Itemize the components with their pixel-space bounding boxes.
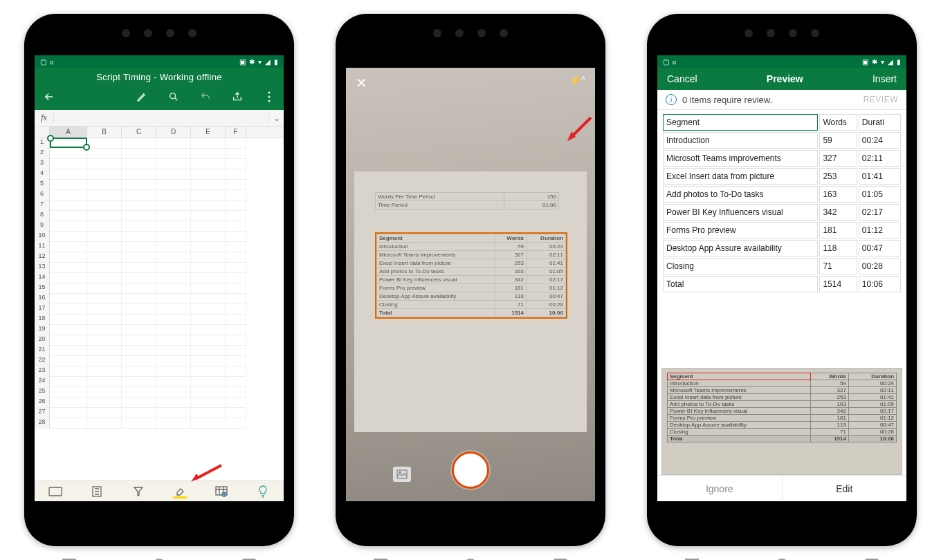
cell[interactable] (226, 200, 246, 211)
cell[interactable] (156, 377, 191, 387)
cell[interactable] (50, 263, 87, 273)
cell[interactable] (50, 294, 87, 304)
cell[interactable]: 342 (819, 204, 857, 221)
cell[interactable] (87, 315, 122, 325)
cell[interactable] (226, 169, 246, 180)
cell[interactable] (50, 408, 87, 418)
cell[interactable] (191, 169, 226, 180)
cell[interactable] (156, 149, 191, 159)
cell[interactable] (156, 242, 191, 252)
cell[interactable]: Add photos to To-Do tasks (663, 186, 818, 203)
cell[interactable] (122, 398, 156, 408)
cell[interactable] (87, 190, 122, 200)
cell[interactable] (226, 252, 246, 263)
search-icon[interactable] (167, 91, 180, 103)
cell[interactable]: Power BI Key Influencers visual (663, 204, 818, 221)
col-header[interactable]: F (226, 127, 246, 138)
cell[interactable] (156, 180, 191, 190)
cell[interactable] (156, 387, 191, 398)
cell[interactable]: Introduction (663, 132, 818, 149)
row-header[interactable]: 24 (35, 377, 50, 387)
cell[interactable] (191, 366, 226, 377)
cell[interactable] (87, 294, 122, 304)
cell[interactable] (226, 159, 246, 169)
row-header[interactable]: 19 (35, 325, 50, 335)
cell[interactable]: 118 (819, 240, 857, 256)
cell[interactable] (226, 138, 246, 149)
cell[interactable] (87, 273, 122, 283)
cell[interactable] (191, 283, 226, 294)
cell[interactable] (191, 418, 226, 429)
cell[interactable] (226, 242, 246, 252)
cell[interactable] (122, 232, 156, 242)
cell[interactable] (50, 377, 87, 387)
row-header[interactable]: 27 (35, 408, 50, 418)
cell[interactable] (156, 273, 191, 283)
cell[interactable] (122, 221, 156, 232)
cell[interactable] (122, 335, 156, 346)
cell[interactable] (191, 252, 226, 263)
cell[interactable] (122, 149, 156, 159)
row-header[interactable]: 8 (35, 211, 50, 221)
cell[interactable] (156, 159, 191, 169)
cell[interactable] (122, 159, 156, 169)
cell[interactable] (122, 252, 156, 263)
cell[interactable] (122, 387, 156, 398)
row-header[interactable]: 10 (35, 232, 50, 242)
cell[interactable] (87, 221, 122, 232)
cell[interactable]: Microsoft Teams improvements (663, 150, 818, 167)
cell[interactable] (156, 366, 191, 377)
cell[interactable] (191, 190, 226, 200)
cell[interactable] (122, 211, 156, 221)
cell[interactable] (50, 242, 87, 252)
row-header[interactable]: 7 (35, 200, 50, 211)
cell[interactable] (156, 252, 191, 263)
row-header[interactable]: 13 (35, 263, 50, 273)
cell[interactable] (191, 149, 226, 159)
cell[interactable] (191, 159, 226, 169)
cell[interactable] (87, 263, 122, 273)
cell[interactable] (122, 242, 156, 252)
row-header[interactable]: 23 (35, 366, 50, 377)
cell[interactable] (122, 200, 156, 211)
cell[interactable]: 181 (819, 222, 857, 239)
ignore-button[interactable]: Ignore (657, 476, 783, 501)
cell[interactable] (156, 294, 191, 304)
row-header[interactable]: 14 (35, 273, 50, 283)
back-button[interactable] (43, 91, 55, 103)
cell[interactable] (156, 263, 191, 273)
row-header[interactable]: 20 (35, 335, 50, 346)
cell[interactable]: 00:24 (859, 132, 901, 149)
row-header[interactable]: 3 (35, 159, 50, 169)
cell[interactable] (87, 366, 122, 377)
cell[interactable]: Segment (663, 114, 818, 131)
ideas-icon[interactable] (255, 483, 271, 500)
cell[interactable] (156, 315, 191, 325)
cell[interactable] (87, 283, 122, 294)
row-header[interactable]: 25 (35, 387, 50, 398)
col-header[interactable]: D (156, 127, 191, 138)
col-header[interactable]: B (87, 127, 122, 138)
cell[interactable] (50, 315, 87, 325)
row-header[interactable]: 5 (35, 180, 50, 190)
col-header[interactable]: C (122, 127, 156, 138)
cell[interactable] (122, 283, 156, 294)
pen-icon[interactable] (136, 91, 148, 103)
cell[interactable] (50, 346, 87, 356)
cell[interactable] (191, 242, 226, 252)
cell[interactable] (50, 169, 87, 180)
cell[interactable] (191, 315, 226, 325)
cell[interactable] (191, 325, 226, 335)
cell[interactable] (122, 273, 156, 283)
cell[interactable] (50, 190, 87, 200)
row-header[interactable]: 2 (35, 149, 50, 159)
review-button[interactable]: REVIEW (864, 95, 898, 104)
cell[interactable] (191, 200, 226, 211)
cell[interactable] (191, 221, 226, 232)
cell[interactable] (122, 325, 156, 335)
cell[interactable] (191, 138, 226, 149)
cell[interactable] (191, 398, 226, 408)
cell[interactable] (87, 200, 122, 211)
cell[interactable] (122, 138, 156, 149)
cell[interactable] (191, 294, 226, 304)
